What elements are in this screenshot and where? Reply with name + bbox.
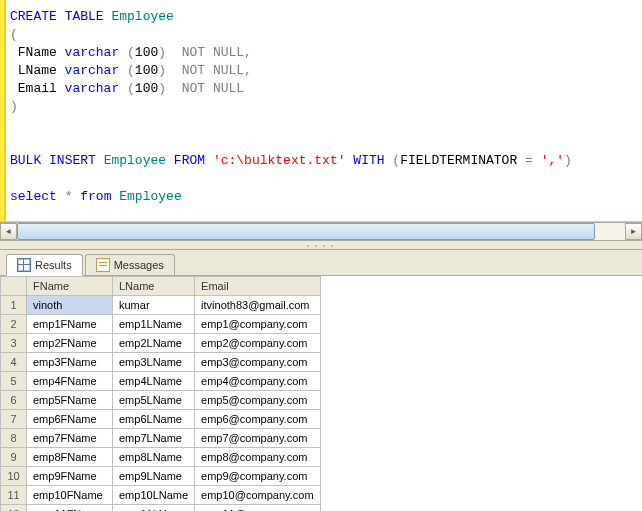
- table-row[interactable]: 6emp5FNameemp5LNameemp5@company.com: [1, 391, 321, 410]
- cell[interactable]: emp11LName: [113, 505, 195, 512]
- paren: (: [10, 27, 18, 42]
- cell[interactable]: emp2@company.com: [195, 334, 320, 353]
- table-row[interactable]: 5emp4FNameemp4LNameemp4@company.com: [1, 372, 321, 391]
- kw: TABLE: [65, 9, 104, 24]
- cell[interactable]: emp3LName: [113, 353, 195, 372]
- cell[interactable]: emp2FName: [27, 334, 113, 353]
- cell[interactable]: emp5LName: [113, 391, 195, 410]
- col-header-fname[interactable]: FName: [27, 277, 113, 296]
- cell[interactable]: emp9FName: [27, 467, 113, 486]
- messages-icon: [96, 258, 110, 272]
- cell[interactable]: emp9@company.com: [195, 467, 320, 486]
- editor-hscrollbar[interactable]: ◄ ►: [0, 222, 642, 240]
- table-row[interactable]: 12emp11FNameemp11LNameemp11@company.com: [1, 505, 321, 512]
- scroll-track[interactable]: [17, 223, 625, 240]
- row-header[interactable]: 5: [1, 372, 27, 391]
- scroll-right-icon[interactable]: ►: [625, 223, 642, 240]
- cell[interactable]: emp8@company.com: [195, 448, 320, 467]
- table-row[interactable]: 3emp2FNameemp2LNameemp2@company.com: [1, 334, 321, 353]
- row-header[interactable]: 2: [1, 315, 27, 334]
- cell[interactable]: kumar: [113, 296, 195, 315]
- cell[interactable]: itvinoth83@gmail.com: [195, 296, 320, 315]
- table-row[interactable]: 7emp6FNameemp6LNameemp6@company.com: [1, 410, 321, 429]
- cell[interactable]: emp5@company.com: [195, 391, 320, 410]
- row-header[interactable]: 1: [1, 296, 27, 315]
- tab-results[interactable]: Results: [6, 254, 83, 276]
- row-header[interactable]: 3: [1, 334, 27, 353]
- row-header[interactable]: 8: [1, 429, 27, 448]
- cell[interactable]: emp6FName: [27, 410, 113, 429]
- cell[interactable]: emp5FName: [27, 391, 113, 410]
- cell[interactable]: emp1FName: [27, 315, 113, 334]
- cell[interactable]: emp7FName: [27, 429, 113, 448]
- table-row[interactable]: 10emp9FNameemp9LNameemp9@company.com: [1, 467, 321, 486]
- table-row[interactable]: 11emp10FNameemp10LNameemp10@company.com: [1, 486, 321, 505]
- cell[interactable]: vinoth: [27, 296, 113, 315]
- cell[interactable]: emp11@company.com: [195, 505, 320, 512]
- scroll-left-icon[interactable]: ◄: [0, 223, 17, 240]
- cell[interactable]: emp10LName: [113, 486, 195, 505]
- ident: Employee: [104, 9, 174, 24]
- row-header[interactable]: 6: [1, 391, 27, 410]
- cell[interactable]: emp4LName: [113, 372, 195, 391]
- row-header[interactable]: 7: [1, 410, 27, 429]
- results-grid[interactable]: FName LName Email 1vinothkumaritvinoth83…: [0, 276, 321, 511]
- row-header[interactable]: 11: [1, 486, 27, 505]
- sql-editor-pane: CREATE TABLE Employee ( FName varchar (1…: [0, 0, 642, 222]
- cell[interactable]: emp7@company.com: [195, 429, 320, 448]
- cell[interactable]: emp8FName: [27, 448, 113, 467]
- col-header-lname[interactable]: LName: [113, 277, 195, 296]
- cell[interactable]: emp1@company.com: [195, 315, 320, 334]
- row-header[interactable]: 4: [1, 353, 27, 372]
- grid-icon: [17, 258, 31, 272]
- cell[interactable]: emp7LName: [113, 429, 195, 448]
- table-row[interactable]: 2emp1FNameemp1LNameemp1@company.com: [1, 315, 321, 334]
- pane-splitter[interactable]: [0, 240, 642, 250]
- table-row[interactable]: 9emp8FNameemp8LNameemp8@company.com: [1, 448, 321, 467]
- cell[interactable]: emp8LName: [113, 448, 195, 467]
- row-header[interactable]: 10: [1, 467, 27, 486]
- results-tabstrip: Results Messages: [0, 250, 642, 276]
- cell[interactable]: emp3@company.com: [195, 353, 320, 372]
- cell[interactable]: emp4@company.com: [195, 372, 320, 391]
- row-header[interactable]: 9: [1, 448, 27, 467]
- sql-code-area[interactable]: CREATE TABLE Employee ( FName varchar (1…: [6, 0, 642, 221]
- scroll-thumb[interactable]: [17, 223, 595, 240]
- table-row[interactable]: 1vinothkumaritvinoth83@gmail.com: [1, 296, 321, 315]
- grid-corner[interactable]: [1, 277, 27, 296]
- table-row[interactable]: 4emp3FNameemp3LNameemp3@company.com: [1, 353, 321, 372]
- paren: ): [10, 99, 18, 114]
- tab-results-label: Results: [35, 259, 72, 271]
- row-header[interactable]: 12: [1, 505, 27, 512]
- cell[interactable]: emp3FName: [27, 353, 113, 372]
- cell[interactable]: emp6LName: [113, 410, 195, 429]
- cell[interactable]: emp4FName: [27, 372, 113, 391]
- results-grid-pane: FName LName Email 1vinothkumaritvinoth83…: [0, 276, 642, 511]
- table-row[interactable]: 8emp7FNameemp7LNameemp7@company.com: [1, 429, 321, 448]
- kw: CREATE: [10, 9, 57, 24]
- cell[interactable]: emp10FName: [27, 486, 113, 505]
- cell[interactable]: emp2LName: [113, 334, 195, 353]
- tab-messages-label: Messages: [114, 259, 164, 271]
- tab-messages[interactable]: Messages: [85, 254, 175, 275]
- col-header-email[interactable]: Email: [195, 277, 320, 296]
- cell[interactable]: emp1LName: [113, 315, 195, 334]
- cell[interactable]: emp6@company.com: [195, 410, 320, 429]
- cell[interactable]: emp9LName: [113, 467, 195, 486]
- cell[interactable]: emp10@company.com: [195, 486, 320, 505]
- cell[interactable]: emp11FName: [27, 505, 113, 512]
